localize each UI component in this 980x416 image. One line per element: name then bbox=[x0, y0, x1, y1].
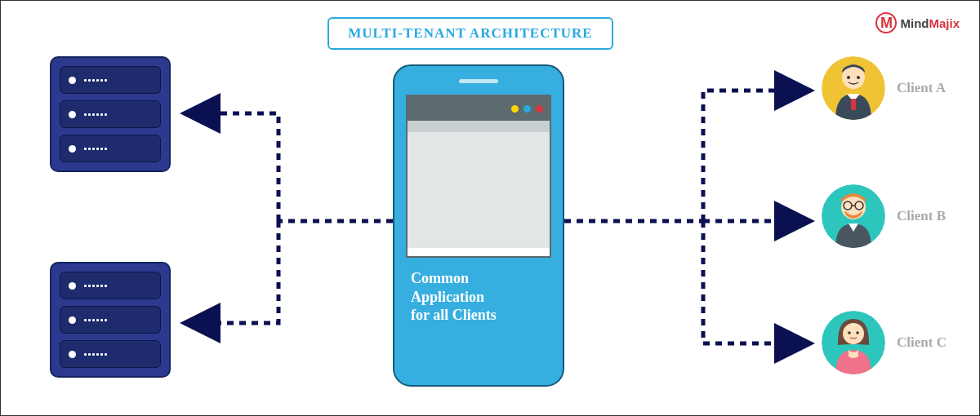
brand-logo: M MindMajix bbox=[875, 12, 960, 33]
led-icon bbox=[69, 316, 76, 324]
server-drive bbox=[60, 135, 161, 162]
server-stack-1-icon bbox=[50, 56, 171, 172]
server-drive bbox=[60, 100, 161, 128]
avatar-c-icon bbox=[822, 311, 885, 374]
led-icon bbox=[69, 282, 76, 290]
app-window-toolbar bbox=[408, 121, 550, 132]
window-dot-red-icon bbox=[536, 105, 543, 113]
svg-point-3 bbox=[857, 76, 860, 79]
application-card: Common Application for all Clients bbox=[393, 64, 564, 387]
window-dot-yellow-icon bbox=[511, 105, 519, 113]
client-a-label: Client A bbox=[897, 80, 946, 96]
svg-point-13 bbox=[856, 331, 859, 334]
app-window-header bbox=[408, 96, 550, 121]
client-c-label: Client C bbox=[897, 334, 947, 351]
client-c: Client C bbox=[822, 311, 947, 374]
app-caption: Common Application for all Clients bbox=[406, 269, 551, 325]
window-dot-blue-icon bbox=[523, 105, 531, 113]
diagram-title: MULTI-TENANT ARCHITECTURE bbox=[327, 17, 613, 50]
server-drive bbox=[60, 272, 161, 299]
app-window-footer bbox=[408, 248, 550, 256]
app-window-icon bbox=[406, 95, 551, 258]
server-drive bbox=[60, 306, 161, 334]
svg-point-11 bbox=[843, 323, 864, 344]
client-a: Client A bbox=[822, 56, 946, 120]
avatar-b-icon bbox=[822, 184, 885, 248]
led-icon bbox=[69, 77, 76, 84]
server-stack-2-icon bbox=[50, 262, 171, 378]
svg-point-12 bbox=[848, 331, 851, 334]
led-icon bbox=[69, 145, 76, 153]
led-icon bbox=[69, 111, 76, 118]
brand-mark-icon: M bbox=[875, 12, 897, 33]
server-drive bbox=[60, 340, 161, 368]
phone-speaker-icon bbox=[459, 79, 498, 83]
client-b-label: Client B bbox=[897, 208, 946, 224]
title-text: MULTI-TENANT ARCHITECTURE bbox=[348, 25, 592, 42]
avatar-a-icon bbox=[822, 56, 885, 120]
svg-point-2 bbox=[847, 76, 850, 79]
brand-text: MindMajix bbox=[900, 16, 960, 30]
server-drive bbox=[60, 66, 161, 94]
svg-rect-4 bbox=[851, 99, 856, 110]
led-icon bbox=[69, 351, 76, 358]
client-b: Client B bbox=[822, 184, 946, 248]
app-window-body bbox=[408, 132, 550, 248]
